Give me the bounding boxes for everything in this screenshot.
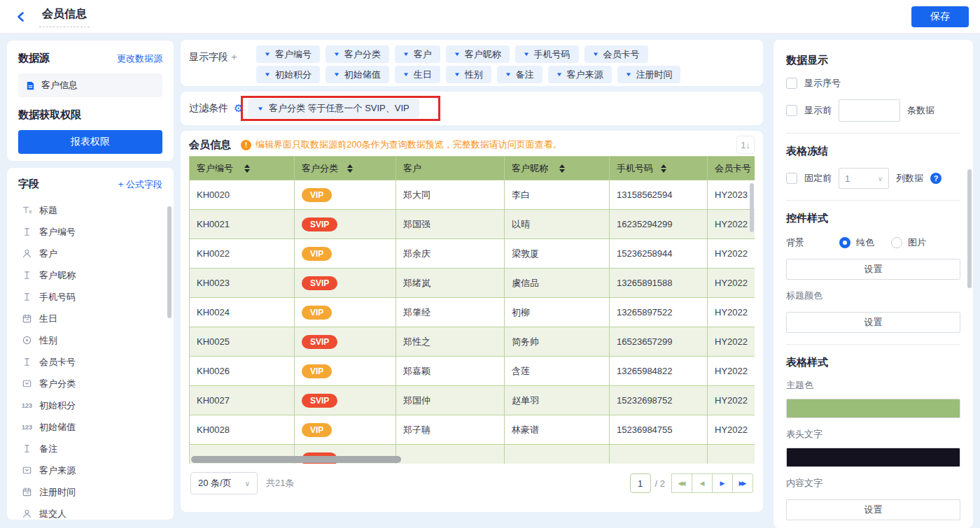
table-vertical-scrollbar[interactable] bbox=[750, 183, 754, 232]
freeze-suffix: 列数据 bbox=[896, 172, 923, 185]
table-cell: 郑大同 bbox=[396, 180, 505, 210]
display-field-chip[interactable]: ▼注册时间 bbox=[617, 66, 681, 83]
field-item[interactable]: 注册时间 bbox=[18, 481, 162, 503]
report-permission-button[interactable]: 报表权限 bbox=[18, 130, 162, 154]
freeze-columns-checkbox[interactable] bbox=[786, 173, 797, 184]
first-page-button[interactable]: ◀◀ bbox=[671, 473, 692, 493]
page-title[interactable]: 会员信息 bbox=[39, 6, 90, 27]
display-field-chip[interactable]: ▼手机号码 bbox=[515, 45, 579, 63]
chevron-down-icon: ▼ bbox=[454, 71, 461, 78]
table-cell: VIP bbox=[295, 180, 396, 210]
fields-heading: 字段 bbox=[18, 178, 39, 191]
sort-arrows-icon[interactable] bbox=[347, 164, 388, 173]
fields-scrollbar[interactable] bbox=[167, 206, 172, 318]
table-cell: 初柳 bbox=[505, 298, 610, 327]
display-field-chip[interactable]: ▼初始积分 bbox=[256, 66, 320, 83]
display-field-chip[interactable]: ▼会员卡号 bbox=[584, 45, 648, 63]
image-radio[interactable] bbox=[891, 237, 902, 248]
chip-label: 客户来源 bbox=[567, 69, 603, 81]
chip-label: 性别 bbox=[465, 69, 483, 81]
background-set-button[interactable]: 设置 bbox=[786, 259, 960, 280]
display-field-chip[interactable]: ▼客户分类 bbox=[326, 45, 389, 63]
field-item[interactable]: 123初始积分 bbox=[18, 394, 162, 416]
field-item-label: 手机号码 bbox=[39, 291, 76, 304]
chevron-down-icon: ▼ bbox=[592, 51, 598, 57]
header-text-color-swatch[interactable] bbox=[786, 448, 960, 467]
display-field-chip[interactable]: ▼客户编号 bbox=[256, 45, 320, 63]
theme-color-swatch[interactable] bbox=[786, 399, 960, 418]
field-item[interactable]: 客户来源 bbox=[18, 459, 162, 481]
divider bbox=[786, 200, 960, 201]
help-icon[interactable]: ? bbox=[930, 173, 941, 184]
column-header: 客户 bbox=[396, 157, 505, 180]
field-item[interactable]: 会员卡号 bbox=[18, 351, 162, 373]
solid-color-radio[interactable] bbox=[839, 237, 850, 248]
column-header[interactable]: 客户分类 bbox=[295, 157, 396, 180]
freeze-count-select[interactable]: 1∨ bbox=[839, 168, 889, 189]
limit-count-input[interactable] bbox=[839, 99, 900, 122]
field-item[interactable]: 手机号码 bbox=[18, 286, 162, 308]
gear-icon[interactable]: ⚙ bbox=[234, 102, 243, 115]
field-item-label: 初始积分 bbox=[39, 399, 76, 412]
change-datasource-link[interactable]: 更改数据源 bbox=[117, 52, 162, 65]
chevron-down-icon: ▼ bbox=[504, 71, 511, 78]
last-page-button[interactable]: ▶▶ bbox=[732, 473, 753, 493]
sort-arrows-icon[interactable] bbox=[559, 164, 603, 173]
sort-order-tool[interactable]: 1↓ bbox=[736, 136, 755, 154]
display-field-chip[interactable]: ▼客户昵称 bbox=[446, 45, 510, 63]
field-item[interactable]: 备注 bbox=[18, 438, 162, 459]
field-item[interactable]: 性别 bbox=[18, 329, 162, 351]
chevron-down-icon: ▼ bbox=[264, 71, 271, 78]
field-item[interactable]: 标题 bbox=[18, 199, 162, 221]
field-item[interactable]: 客户昵称 bbox=[18, 264, 162, 286]
preview-title: 会员信息 bbox=[189, 138, 231, 152]
display-field-chip[interactable]: ▼客户 bbox=[395, 45, 440, 63]
settings-scrollbar[interactable] bbox=[967, 169, 972, 288]
column-header[interactable]: 手机号码 bbox=[610, 157, 708, 180]
sort-arrows-icon[interactable] bbox=[661, 164, 701, 173]
page-number-input[interactable] bbox=[630, 473, 651, 493]
table-cell: 郑肇经 bbox=[396, 298, 505, 327]
field-item[interactable]: 123初始储值 bbox=[18, 416, 162, 438]
column-header[interactable]: 客户编号 bbox=[190, 157, 295, 180]
show-index-checkbox[interactable] bbox=[786, 78, 797, 89]
display-field-chip[interactable]: ▼性别 bbox=[446, 66, 491, 83]
next-page-button[interactable]: ▶ bbox=[712, 473, 733, 493]
display-field-chip[interactable]: ▼初始储值 bbox=[326, 66, 389, 83]
filter-condition-chip[interactable]: ▼ 客户分类 等于任意一个 SVIP、VIP bbox=[248, 99, 419, 118]
select-icon bbox=[21, 378, 33, 389]
formula-field-link[interactable]: + 公式字段 bbox=[118, 178, 162, 191]
field-item-label: 会员卡号 bbox=[39, 356, 76, 369]
field-item[interactable]: 客户 bbox=[18, 243, 162, 264]
prev-page-button[interactable]: ◀ bbox=[692, 473, 713, 493]
field-item-label: 提交人 bbox=[39, 508, 66, 520]
field-item[interactable]: 客户编号 bbox=[18, 221, 162, 243]
limit-suffix: 条数据 bbox=[907, 104, 934, 117]
title-color-set-button[interactable]: 设置 bbox=[786, 312, 960, 333]
datasource-item[interactable]: 客户信息 bbox=[18, 73, 162, 97]
title-icon bbox=[21, 205, 33, 215]
column-header-label: 客户编号 bbox=[197, 162, 240, 175]
add-display-field-button[interactable]: + bbox=[228, 50, 237, 62]
save-button[interactable]: 保存 bbox=[911, 6, 969, 27]
sort-arrows-icon[interactable] bbox=[244, 164, 288, 173]
page-size-select[interactable]: 20 条/页∨ bbox=[190, 472, 258, 494]
column-header: 会员卡号 bbox=[708, 157, 755, 180]
tier-badge: VIP bbox=[302, 423, 332, 437]
field-item-label: 标题 bbox=[39, 204, 57, 217]
field-item[interactable]: 提交人 bbox=[18, 503, 162, 520]
column-header[interactable]: 客户昵称 bbox=[505, 157, 610, 180]
back-button[interactable] bbox=[11, 7, 31, 27]
table-cell: KH0025 bbox=[190, 327, 295, 357]
content-text-set-button[interactable]: 设置 bbox=[786, 499, 960, 520]
display-field-chip[interactable]: ▼生日 bbox=[395, 66, 440, 83]
display-field-chip[interactable]: ▼备注 bbox=[497, 66, 542, 83]
display-field-chip[interactable]: ▼客户来源 bbox=[548, 66, 612, 83]
field-item[interactable]: 生日 bbox=[18, 308, 162, 329]
field-item[interactable]: 客户分类 bbox=[18, 373, 162, 394]
tier-badge: SVIP bbox=[302, 335, 337, 349]
table-cell: SVIP bbox=[295, 386, 396, 415]
table-horizontal-scrollbar[interactable] bbox=[191, 456, 401, 463]
limit-rows-checkbox[interactable] bbox=[786, 105, 797, 116]
table-row: KH0020VIP郑大同李白13158562594HY2023 bbox=[190, 180, 755, 210]
